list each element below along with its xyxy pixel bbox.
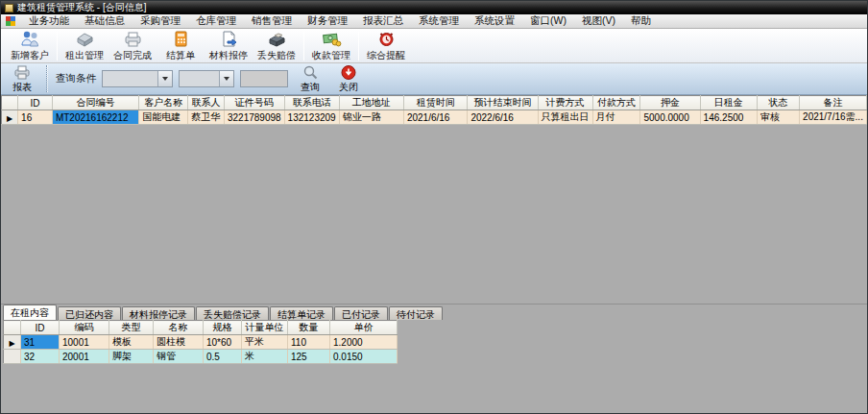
close-button[interactable]: 关闭 (332, 64, 365, 94)
contract-row[interactable]: ▶ 16 MT20216162212 国能电建 蔡卫华 3221789098 1… (2, 110, 867, 125)
cell-contract-no-selected[interactable]: MT20216162212 (52, 110, 138, 125)
cell-detail-price[interactable]: 0.0150 (330, 350, 398, 364)
cell-contact[interactable]: 蔡卫华 (188, 110, 225, 125)
row-selector (4, 350, 21, 364)
cell-detail-id[interactable]: 32 (21, 350, 60, 364)
cell-customer[interactable]: 国能电建 (139, 110, 188, 125)
col-detail-code[interactable]: 编码 (60, 321, 109, 335)
cell-start-time[interactable]: 2021/6/16 (403, 110, 467, 125)
col-detail-type[interactable]: 类型 (109, 321, 154, 335)
cell-detail-type[interactable]: 脚架 (109, 350, 154, 364)
col-deposit[interactable]: 押金 (640, 96, 700, 110)
tab-renting-content[interactable]: 在租内容 (3, 304, 57, 320)
loss-compensation-button[interactable]: 丢失赔偿 (253, 30, 301, 62)
cell-detail-name[interactable]: 钢管 (154, 350, 204, 364)
row-selector-header[interactable] (2, 96, 18, 110)
dropdown-arrow-icon[interactable] (219, 71, 233, 86)
cell-billing[interactable]: 只算租出日 (538, 110, 592, 125)
menu-business[interactable]: 业务功能 (21, 13, 77, 29)
cell-detail-unit[interactable]: 平米 (242, 335, 288, 350)
tab-returned-content[interactable]: 已归还内容 (58, 306, 121, 320)
app-window: 建筑租赁管理系统 - [合同信息] 业务功能 基础信息 采购管理 仓库管理 销售… (0, 0, 868, 414)
col-site[interactable]: 工地地址 (339, 96, 403, 110)
bottom-filler (1, 364, 867, 413)
rent-out-button[interactable]: 租出管理 (60, 30, 108, 62)
dropdown-arrow-icon[interactable] (157, 71, 172, 86)
contract-complete-button[interactable]: 合同完成 (108, 30, 157, 62)
col-status[interactable]: 状态 (758, 96, 800, 110)
cell-detail-name[interactable]: 圆柱模 (154, 335, 204, 350)
menu-window[interactable]: 窗口(W) (522, 13, 574, 29)
detail-row[interactable]: 32 20001 脚架 钢管 0.5 米 125 0.0150 (4, 350, 398, 364)
tab-loss-compensation-records[interactable]: 丢失赔偿记录 (196, 306, 269, 320)
query-operator-combobox[interactable] (179, 70, 234, 87)
cell-detail-spec[interactable]: 0.5 (204, 350, 242, 364)
tab-material-stop-records[interactable]: 材料报停记录 (122, 306, 195, 320)
cell-deposit[interactable]: 5000.0000 (640, 110, 700, 125)
menu-finance[interactable]: 财务管理 (300, 13, 355, 29)
col-daily-rent[interactable]: 日租金 (700, 96, 757, 110)
col-detail-unit[interactable]: 计量单位 (242, 321, 288, 335)
col-id-number[interactable]: 证件号码 (224, 96, 284, 110)
menu-view[interactable]: 视图(V) (574, 13, 623, 29)
row-selector-header[interactable] (4, 321, 21, 335)
reminder-button[interactable]: 综合提醒 (362, 30, 410, 62)
tab-unpaid-records[interactable]: 待付记录 (389, 306, 443, 320)
col-payment[interactable]: 付款方式 (592, 96, 640, 110)
col-detail-name[interactable]: 名称 (154, 321, 204, 335)
cell-id-number[interactable]: 3221789098 (224, 110, 284, 125)
toolbar-separator (57, 32, 58, 61)
menu-reports[interactable]: 报表汇总 (355, 13, 411, 29)
col-detail-spec[interactable]: 规格 (204, 321, 242, 335)
cell-detail-qty[interactable]: 125 (288, 350, 330, 364)
col-contract-no[interactable]: 合同编号 (52, 96, 138, 110)
query-field-combobox[interactable] (102, 70, 173, 87)
col-detail-qty[interactable]: 数量 (288, 321, 330, 335)
col-detail-id[interactable]: ID (21, 321, 60, 335)
report-button[interactable]: 报表 (6, 64, 38, 94)
menu-system-settings[interactable]: 系统设置 (467, 13, 522, 29)
payment-button[interactable]: 收款管理 (307, 30, 355, 62)
cell-site[interactable]: 锦业一路 (339, 110, 403, 125)
cell-detail-price[interactable]: 1.2000 (330, 335, 398, 350)
menu-sales[interactable]: 销售管理 (244, 13, 300, 29)
cell-phone[interactable]: 132123209 (284, 110, 339, 125)
reminder-icon (376, 30, 397, 48)
material-stop-icon (219, 30, 239, 48)
cell-detail-unit[interactable]: 米 (242, 350, 288, 364)
col-customer[interactable]: 客户名称 (139, 96, 188, 110)
tab-settlement-records[interactable]: 结算单记录 (270, 306, 333, 320)
col-billing[interactable]: 计费方式 (538, 96, 592, 110)
tab-paid-records[interactable]: 已付记录 (334, 306, 388, 320)
cell-detail-code[interactable]: 10001 (60, 335, 109, 350)
search-button[interactable]: 查询 (294, 64, 326, 94)
menu-warehouse[interactable]: 仓库管理 (188, 13, 244, 29)
cell-id[interactable]: 16 (18, 110, 53, 125)
cell-detail-type[interactable]: 模板 (109, 335, 154, 350)
settlement-button[interactable]: 结算单 (157, 30, 205, 62)
menu-purchase[interactable]: 采购管理 (133, 13, 188, 29)
cell-status[interactable]: 审核 (758, 110, 800, 125)
col-remark[interactable]: 备注 (800, 96, 867, 110)
cell-payment[interactable]: 月付 (592, 110, 640, 125)
col-id[interactable]: ID (18, 96, 53, 110)
menu-system-mgmt[interactable]: 系统管理 (411, 13, 467, 29)
cell-detail-spec[interactable]: 10*60 (204, 335, 242, 350)
cell-remark[interactable]: 2021/7/16需... (800, 110, 867, 125)
detail-row[interactable]: ▶ 31 10001 模板 圆柱模 10*60 平米 110 1.2000 (4, 335, 398, 350)
col-contact[interactable]: 联系人 (188, 96, 225, 110)
menu-base-info[interactable]: 基础信息 (77, 13, 133, 29)
material-stop-button[interactable]: 材料报停 (205, 30, 253, 62)
col-end-time[interactable]: 预计结束时间 (468, 96, 538, 110)
col-start-time[interactable]: 租赁时间 (403, 96, 467, 110)
add-customer-button[interactable]: 新增客户 (6, 30, 54, 62)
col-phone[interactable]: 联系电话 (284, 96, 339, 110)
cell-detail-qty[interactable]: 110 (288, 335, 330, 350)
col-detail-price[interactable]: 单价 (330, 321, 398, 335)
cell-end-time[interactable]: 2022/6/16 (468, 110, 538, 125)
query-value-input[interactable] (240, 70, 288, 87)
menu-help[interactable]: 帮助 (623, 13, 659, 29)
cell-detail-id-selected[interactable]: 31 (21, 335, 60, 350)
cell-detail-code[interactable]: 20001 (60, 350, 109, 364)
cell-daily-rent[interactable]: 146.2500 (700, 110, 757, 125)
